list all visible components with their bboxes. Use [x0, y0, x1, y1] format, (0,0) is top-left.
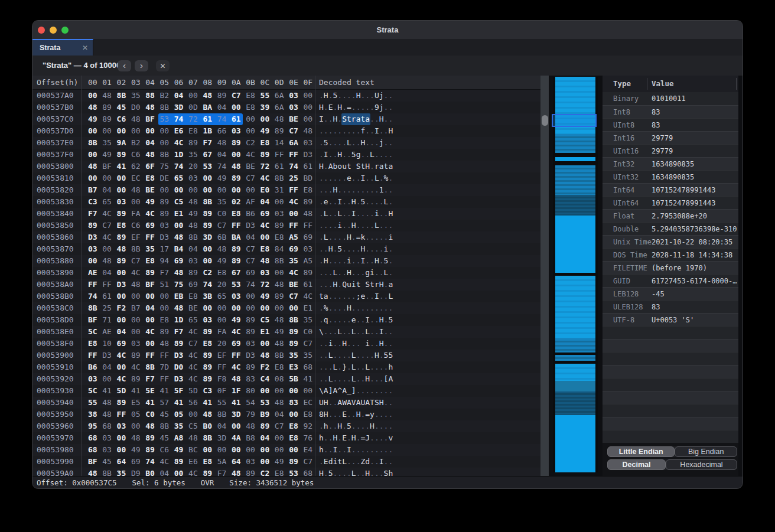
decoded-char[interactable]: .: [342, 303, 347, 312]
hex-byte[interactable]: F2: [260, 361, 275, 373]
hex-byte[interactable]: 00: [303, 102, 317, 113]
hex-byte[interactable]: 41: [203, 397, 217, 409]
hex-byte[interactable]: 61: [232, 113, 246, 125]
hex-byte[interactable]: 00: [88, 149, 102, 161]
hex-byte[interactable]: E8: [275, 361, 289, 373]
row-decoded-text[interactable]: h..H.E.H.=J....v: [319, 432, 393, 444]
decoded-char[interactable]: .: [324, 126, 328, 135]
decoded-char[interactable]: S: [342, 115, 347, 123]
hex-byte[interactable]: 89: [289, 456, 303, 468]
hex-byte[interactable]: 74: [289, 161, 303, 172]
decoded-char[interactable]: }: [342, 363, 347, 371]
hex-byte[interactable]: 41: [174, 397, 188, 409]
hex-byte[interactable]: 6A: [275, 102, 289, 113]
decoded-char[interactable]: .: [351, 138, 356, 147]
hex-byte[interactable]: 74: [217, 161, 232, 172]
decoded-char[interactable]: .: [379, 174, 384, 182]
decoded-char[interactable]: .: [337, 410, 342, 419]
hex-byte[interactable]: 8B: [203, 196, 217, 208]
hex-byte[interactable]: 00: [203, 172, 217, 184]
decoded-char[interactable]: .: [347, 150, 351, 159]
hex-byte[interactable]: 03: [88, 373, 102, 385]
hex-byte[interactable]: 89: [131, 350, 145, 361]
decoded-char[interactable]: .: [379, 445, 384, 454]
hex-byte[interactable]: 56: [188, 397, 203, 409]
decoded-char[interactable]: I: [375, 292, 379, 301]
row-bytes[interactable]: AE04004C89F74889C2E8676903004C89: [88, 267, 318, 279]
hex-byte[interactable]: 00: [88, 125, 102, 137]
decimal-button[interactable]: Decimal: [607, 459, 666, 470]
hex-byte[interactable]: 00: [102, 373, 116, 385]
hex-byte[interactable]: 00: [174, 220, 188, 231]
decoded-char[interactable]: .: [347, 185, 351, 194]
decoded-char[interactable]: .: [370, 185, 375, 194]
hex-byte[interactable]: 55: [260, 90, 275, 102]
hex-byte[interactable]: 5C: [88, 326, 102, 338]
hex-byte[interactable]: 69: [303, 231, 317, 243]
decoded-char[interactable]: L: [370, 150, 375, 159]
hex-byte[interactable]: B7: [88, 184, 102, 196]
hex-byte[interactable]: E1: [303, 302, 317, 314]
hex-byte[interactable]: BF: [88, 314, 102, 326]
row-bytes[interactable]: 5C415D415E415F5DC30F1F8000000000: [88, 385, 318, 397]
decoded-char[interactable]: .: [365, 244, 370, 253]
decoded-char[interactable]: .: [342, 244, 347, 253]
hex-byte[interactable]: 8B: [145, 361, 159, 373]
hex-byte[interactable]: 53: [232, 279, 246, 291]
row-decoded-text[interactable]: ..H.5....H....i.: [319, 243, 393, 255]
hex-byte[interactable]: 00: [289, 302, 303, 314]
hex-byte[interactable]: 00: [260, 385, 275, 397]
hex-byte[interactable]: BE: [188, 302, 203, 314]
hex-byte[interactable]: 17: [159, 243, 174, 255]
decoded-char[interactable]: Q: [342, 280, 347, 289]
decoded-char[interactable]: .: [319, 221, 324, 230]
hex-byte[interactable]: 04: [102, 267, 116, 279]
hex-byte[interactable]: 89: [203, 326, 217, 338]
hex-byte[interactable]: 48: [246, 420, 260, 432]
decoded-char[interactable]: .: [337, 433, 342, 442]
hex-byte[interactable]: 49: [102, 149, 116, 161]
decoded-char[interactable]: .: [379, 256, 384, 265]
decoded-char[interactable]: .: [365, 422, 370, 430]
decoded-char[interactable]: L: [351, 327, 356, 336]
decoded-char[interactable]: .: [388, 327, 393, 336]
decoded-char[interactable]: .: [337, 339, 342, 348]
hex-byte[interactable]: B0: [203, 420, 217, 432]
decoded-char[interactable]: H: [379, 115, 384, 123]
decoded-char[interactable]: .: [347, 327, 351, 336]
decoded-char[interactable]: A: [388, 374, 393, 383]
hex-row[interactable]: 00053830C36503004989C5488B3502AF04004C89…: [32, 196, 549, 208]
decoded-char[interactable]: H: [324, 398, 328, 407]
hex-byte[interactable]: 49: [232, 314, 246, 326]
row-bytes[interactable]: 554889E54157415641554154534883EC: [88, 397, 318, 409]
hex-byte[interactable]: D3: [102, 350, 116, 361]
decoded-char[interactable]: .: [370, 256, 375, 265]
decoded-char[interactable]: a: [324, 292, 328, 301]
hex-byte[interactable]: E8: [188, 125, 203, 137]
row-bytes[interactable]: E8106903004889C7E8206903004889C7: [88, 338, 318, 350]
hex-byte[interactable]: 48: [275, 314, 289, 326]
decoded-char[interactable]: H: [324, 91, 328, 100]
row-decoded-text[interactable]: .EditL...Zd..I..: [319, 456, 393, 468]
hex-byte[interactable]: 89: [159, 208, 174, 220]
hex-byte[interactable]: F7: [174, 326, 188, 338]
hex-byte[interactable]: 69: [260, 208, 275, 220]
hex-byte[interactable]: FF: [88, 279, 102, 291]
hex-byte[interactable]: 48: [260, 255, 275, 267]
hex-byte[interactable]: 61: [203, 113, 217, 125]
decoded-char[interactable]: i: [365, 339, 370, 348]
hex-byte[interactable]: 89: [145, 267, 159, 279]
hex-byte[interactable]: 65: [217, 291, 232, 302]
hex-byte[interactable]: 76: [303, 432, 317, 444]
hex-byte[interactable]: 89: [131, 373, 145, 385]
hex-byte[interactable]: 00: [246, 302, 260, 314]
decoded-char[interactable]: 5: [324, 138, 328, 147]
title-bar[interactable]: Strata: [32, 21, 743, 39]
row-decoded-text[interactable]: I..H.Strata..H..: [319, 113, 393, 125]
decoded-char[interactable]: .: [375, 115, 379, 123]
vertical-scrollbar[interactable]: [540, 76, 549, 476]
hex-row[interactable]: 000537F0004989C6488B1D356704004C89FFFFD3…: [32, 149, 549, 161]
decoded-char[interactable]: _: [347, 386, 351, 395]
decoded-char[interactable]: e: [351, 315, 356, 324]
hex-byte[interactable]: 00: [145, 314, 159, 326]
